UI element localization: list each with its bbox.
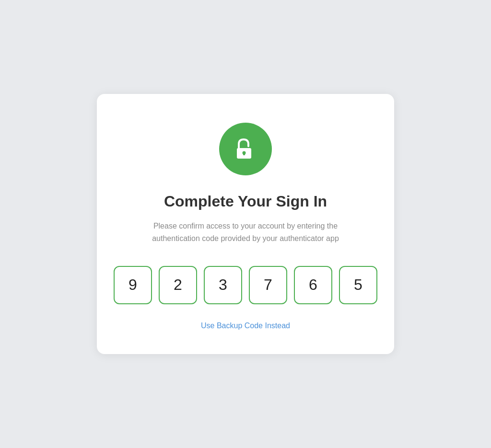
otp-input-group: [114, 266, 377, 304]
otp-digit-6[interactable]: [339, 266, 377, 304]
page-description: Please confirm access to your account by…: [145, 220, 346, 244]
unlock-icon-circle: [219, 123, 272, 175]
otp-digit-4[interactable]: [249, 266, 287, 304]
otp-digit-3[interactable]: [204, 266, 242, 304]
svg-rect-2: [243, 153, 245, 155]
signin-card: Complete Your Sign In Please confirm acc…: [97, 94, 394, 354]
otp-digit-1[interactable]: [114, 266, 152, 304]
otp-digit-5[interactable]: [294, 266, 332, 304]
unlock-icon: [233, 137, 258, 161]
otp-digit-2[interactable]: [159, 266, 197, 304]
use-backup-code-link[interactable]: Use Backup Code Instead: [201, 322, 290, 330]
page-title: Complete Your Sign In: [164, 193, 327, 210]
